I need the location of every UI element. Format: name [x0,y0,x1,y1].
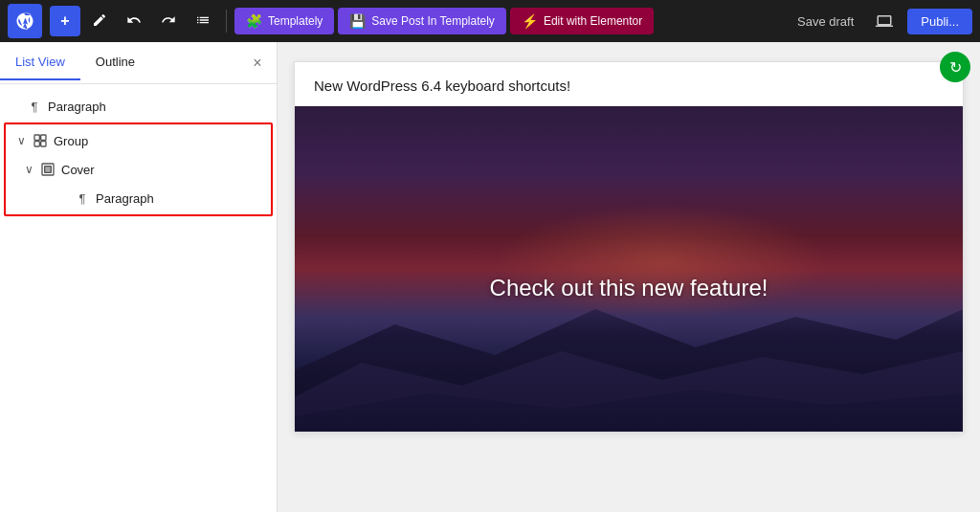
outline-tab[interactable]: Outline [80,45,150,80]
wp-logo[interactable] [8,4,42,38]
paragraph-inner-icon: ¶ [73,189,92,208]
save-draft-button[interactable]: Save draft [790,9,861,34]
svg-rect-2 [34,142,39,146]
group-selection-box: ∨ Group ∨ [4,122,273,216]
edit-elementor-label: Edit with Elementor [544,14,642,28]
save-templately-icon: 💾 [349,13,366,29]
list-view-tab[interactable]: List View [0,45,80,80]
refresh-icon: ↻ [949,58,962,77]
paragraph-inner-label: Paragraph [96,191,154,206]
list-item[interactable]: › ¶ Paragraph [0,92,277,121]
elementor-icon: ⚡ [522,13,538,29]
list-view-icon [195,12,211,31]
list-item[interactable]: ∨ Group [6,126,271,155]
editor-area: ↻ New WordPress 6.4 keyboard shortcuts! … [278,42,980,512]
paragraph-top-label: Paragraph [48,100,106,114]
svg-rect-0 [34,135,39,140]
sidebar-close-button[interactable]: × [246,52,269,75]
templately-label: Templately [268,14,323,28]
sidebar-header: List View Outline × [0,42,277,84]
templately-button[interactable]: 🧩 Templately [234,8,334,34]
list-view-button[interactable] [188,6,218,36]
tools-button[interactable] [84,6,115,36]
list-item[interactable]: › ¶ Paragraph [6,184,271,212]
cover-text[interactable]: Check out this new feature! [490,275,768,301]
sidebar-content: › ¶ Paragraph ∨ [0,84,277,512]
undo-icon [126,12,142,31]
svg-rect-5 [45,167,52,173]
device-preview-button[interactable] [869,6,900,36]
redo-icon [161,12,176,31]
redo-button[interactable] [153,6,184,36]
cover-chevron-icon: ∨ [21,162,36,177]
editor-canvas: New WordPress 6.4 keyboard shortcuts! Ch… [294,61,964,433]
post-title[interactable]: New WordPress 6.4 keyboard shortcuts! [295,62,963,106]
group-chevron-icon: ∨ [13,133,29,148]
refresh-button[interactable]: ↻ [940,52,970,82]
save-post-templately-label: Save Post In Templately [371,14,495,28]
undo-button[interactable] [119,6,149,36]
templately-icon: 🧩 [246,13,262,29]
svg-rect-1 [41,135,46,140]
list-item[interactable]: ∨ Cover [6,155,271,184]
sky-glow [495,204,829,319]
add-block-button[interactable]: + [50,6,80,36]
group-icon [31,131,50,150]
publish-button[interactable]: Publi... [907,9,972,34]
toolbar-divider-1 [226,10,227,33]
editor-top-right: ↻ [940,52,970,82]
tools-icon [92,12,107,31]
sidebar: List View Outline × › ¶ Paragraph ∨ [0,42,278,512]
cover-background [295,106,963,432]
cover-label: Cover [61,163,95,177]
main-toolbar: + 🧩 Templately 💾 Save Post In Templately… [0,0,980,42]
plus-icon: + [60,12,69,30]
group-label: Group [54,134,88,148]
main-layout: List View Outline × › ¶ Paragraph ∨ [0,42,980,512]
save-post-templately-button[interactable]: 💾 Save Post In Templately [338,8,506,34]
edit-elementor-button[interactable]: ⚡ Edit with Elementor [510,8,654,34]
cover-block[interactable]: Check out this new feature! [295,106,963,432]
paragraph-icon: ¶ [25,97,44,116]
toolbar-right: Save draft Publi... [790,6,972,36]
cover-icon [38,160,57,179]
svg-rect-3 [41,142,46,146]
